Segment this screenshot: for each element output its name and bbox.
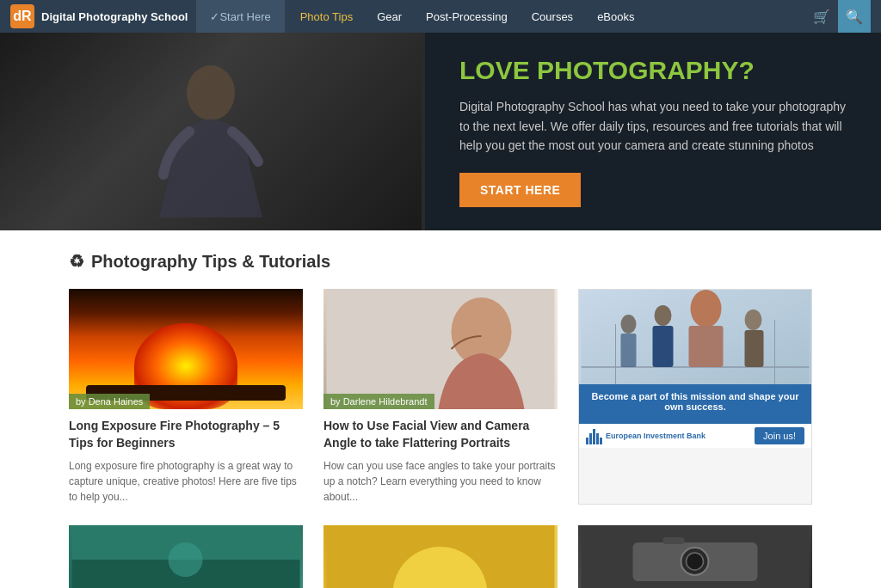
section-title-text: Photography Tips & Tutorials xyxy=(91,252,330,272)
svg-point-11 xyxy=(745,309,762,330)
card-excerpt-1: Long exposure fire photography is a grea… xyxy=(69,458,303,505)
camera-svg xyxy=(578,525,812,588)
ad-org-name: European Investment Bank xyxy=(606,432,705,440)
section-title: ♻ Photography Tips & Tutorials xyxy=(69,251,812,272)
logo-text: Digital Photography School xyxy=(41,10,188,23)
nav-item-photo-tips[interactable]: Photo Tips xyxy=(288,0,365,33)
card-bottom-1[interactable] xyxy=(69,525,303,588)
card-bottom-image-1 xyxy=(69,525,303,588)
bar-4 xyxy=(596,433,599,444)
portrait-background xyxy=(323,289,558,409)
card-bottom-image-3 xyxy=(578,525,812,588)
card-bottom-image-2 xyxy=(323,525,558,588)
card-author-badge-2: by Darlene Hildebrandt xyxy=(323,394,434,409)
bar-1 xyxy=(586,438,588,444)
portrait-svg xyxy=(323,289,558,409)
card-bottom-3[interactable] xyxy=(578,525,812,588)
fire-background xyxy=(69,289,303,409)
ad-text-area: Become a part of this mission and shape … xyxy=(579,384,811,424)
cards-grid-top: by Dena Haines Long Exposure Fire Photog… xyxy=(69,289,812,505)
svg-rect-8 xyxy=(653,326,674,367)
advertisement-card: Become a part of this mission and shape … xyxy=(578,289,812,505)
ad-svg xyxy=(579,290,811,384)
hero-cta-button[interactable]: START HERE xyxy=(459,173,581,207)
card-fire-image: by Dena Haines xyxy=(69,289,303,409)
teal-svg xyxy=(69,525,303,588)
ad-logo: European Investment Bank xyxy=(586,427,705,444)
hero-person-svg xyxy=(125,46,297,217)
card-bottom-2[interactable] xyxy=(323,525,558,588)
card-excerpt-2: How can you use face angles to take your… xyxy=(323,458,558,505)
nav-item-courses[interactable]: Courses xyxy=(520,0,585,33)
card-portrait[interactable]: by Darlene Hildebrandt How to Use Facial… xyxy=(323,289,558,505)
svg-point-7 xyxy=(655,305,672,326)
hero-image xyxy=(0,33,422,230)
cards-grid-bottom xyxy=(69,525,812,588)
card-fire-photography[interactable]: by Dena Haines Long Exposure Fire Photog… xyxy=(69,289,303,505)
hero-content: LOVE PHOTOGRAPHY? Digital Photography Sc… xyxy=(425,33,881,230)
main-nav: dR Digital Photography School Start Here… xyxy=(0,0,881,33)
nav-start-here[interactable]: Start Here xyxy=(196,0,284,33)
svg-point-13 xyxy=(621,315,637,334)
card-title-2: How to Use Facial View and Camera Angle … xyxy=(323,418,558,451)
svg-rect-14 xyxy=(621,334,637,367)
nav-item-gear[interactable]: Gear xyxy=(365,0,414,33)
ad-bottom: European Investment Bank Join us! xyxy=(579,424,811,448)
svg-point-17 xyxy=(169,542,203,577)
hero-title-highlight: PHOTOGRAPHY? xyxy=(537,56,755,84)
card-author-badge-1: by Dena Haines xyxy=(69,394,150,409)
nav-item-ebooks[interactable]: eBooks xyxy=(585,0,646,33)
bar-5 xyxy=(600,438,602,444)
bar-2 xyxy=(589,433,592,444)
logo[interactable]: dR Digital Photography School xyxy=(10,4,188,28)
svg-rect-1 xyxy=(327,289,555,409)
section-title-icon: ♻ xyxy=(69,251,84,272)
yellow-svg xyxy=(323,525,558,588)
ad-main-text: Become a part of this mission and shape … xyxy=(588,391,803,412)
nav-item-post-processing[interactable]: Post-Processing xyxy=(414,0,520,33)
svg-point-0 xyxy=(187,65,235,120)
ad-join-button[interactable]: Join us! xyxy=(755,427,804,444)
ad-logo-bars xyxy=(586,427,602,444)
hero-title: LOVE PHOTOGRAPHY? xyxy=(459,56,847,85)
cart-icon[interactable]: 🛒 xyxy=(805,0,838,33)
svg-rect-24 xyxy=(663,537,685,544)
card-title-1: Long Exposure Fire Photography – 5 Tips … xyxy=(69,418,303,451)
svg-rect-12 xyxy=(745,330,764,367)
ad-image xyxy=(579,290,811,384)
card-portrait-image: by Darlene Hildebrandt xyxy=(323,289,558,409)
svg-point-9 xyxy=(691,290,722,328)
tips-section: ♻ Photography Tips & Tutorials by Dena H… xyxy=(0,230,881,588)
svg-point-23 xyxy=(687,553,704,570)
hero-title-prefix: LOVE xyxy=(459,56,537,84)
search-icon[interactable]: 🔍 xyxy=(838,0,871,33)
svg-rect-10 xyxy=(689,326,724,367)
logo-icon: dR xyxy=(10,4,34,28)
hero-section: LOVE PHOTOGRAPHY? Digital Photography Sc… xyxy=(0,33,881,230)
hero-description: Digital Photography School has what you … xyxy=(459,97,847,155)
bar-3 xyxy=(593,429,595,444)
